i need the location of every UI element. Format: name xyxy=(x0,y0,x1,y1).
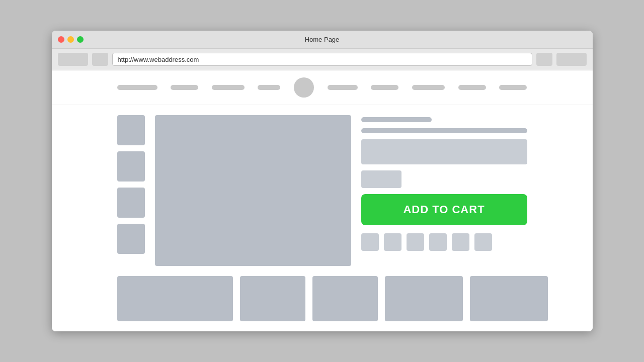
nav-item[interactable] xyxy=(258,85,280,90)
browser-action-button[interactable] xyxy=(536,53,552,66)
title-bar: Home Page xyxy=(52,31,593,49)
bottom-card-3[interactable] xyxy=(312,276,378,321)
thumbnail-1[interactable] xyxy=(117,115,145,145)
browser-menu-button[interactable] xyxy=(556,53,587,66)
back-forward-buttons[interactable] xyxy=(58,53,88,66)
page-content: ADD TO CART xyxy=(52,70,593,331)
site-nav xyxy=(117,77,527,98)
traffic-lights xyxy=(58,36,84,43)
icon-pill-4[interactable] xyxy=(429,233,447,251)
icon-pill-1[interactable] xyxy=(361,233,379,251)
nav-item[interactable] xyxy=(117,85,157,90)
product-option-box[interactable] xyxy=(361,170,401,188)
bottom-card-2[interactable] xyxy=(240,276,305,321)
product-info: ADD TO CART xyxy=(361,115,527,266)
bottom-card-4[interactable] xyxy=(385,276,463,321)
address-bar[interactable]: http://www.webaddress.com xyxy=(112,53,532,66)
thumbnail-3[interactable] xyxy=(117,188,145,218)
nav-item[interactable] xyxy=(371,85,398,90)
bottom-grid xyxy=(117,276,527,321)
minimize-button[interactable] xyxy=(67,36,74,43)
browser-window: Home Page http://www.webaddress.com xyxy=(52,31,593,331)
nav-item[interactable] xyxy=(171,85,198,90)
window-title: Home Page xyxy=(58,36,587,43)
icon-pill-6[interactable] xyxy=(474,233,492,251)
product-main-image xyxy=(155,115,351,266)
nav-item[interactable] xyxy=(458,85,486,90)
thumbnail-4[interactable] xyxy=(117,224,145,254)
close-button[interactable] xyxy=(58,36,64,43)
nav-bar: http://www.webaddress.com xyxy=(52,49,593,70)
thumbnail-column xyxy=(117,115,145,266)
product-description-bar xyxy=(361,128,527,133)
thumbnail-2[interactable] xyxy=(117,151,145,182)
nav-item[interactable] xyxy=(328,85,358,90)
maximize-button[interactable] xyxy=(77,36,84,43)
site-logo[interactable] xyxy=(294,77,314,98)
add-to-cart-button[interactable]: ADD TO CART xyxy=(361,194,527,225)
bottom-card-1[interactable] xyxy=(117,276,233,321)
refresh-button[interactable] xyxy=(92,53,108,66)
site-header xyxy=(52,70,593,105)
icon-pill-5[interactable] xyxy=(452,233,469,251)
nav-item[interactable] xyxy=(212,85,245,90)
nav-item[interactable] xyxy=(499,85,527,90)
bottom-card-5[interactable] xyxy=(470,276,548,321)
product-title-bar xyxy=(361,117,432,122)
main-content: ADD TO CART xyxy=(52,105,593,331)
product-icon-pills xyxy=(361,233,527,251)
icon-pill-3[interactable] xyxy=(407,233,424,251)
product-price-box xyxy=(361,139,527,164)
product-section: ADD TO CART xyxy=(117,115,527,266)
icon-pill-2[interactable] xyxy=(384,233,401,251)
nav-item[interactable] xyxy=(412,85,445,90)
